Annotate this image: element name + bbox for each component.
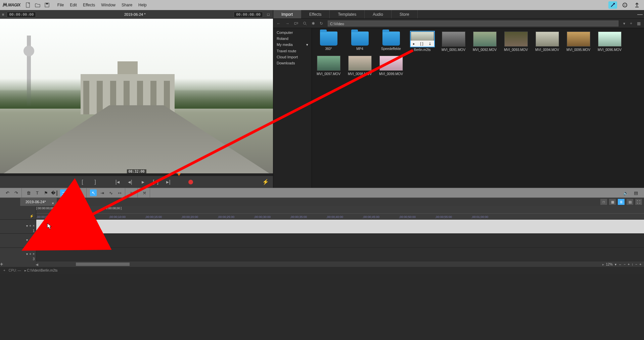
open-folder-icon[interactable] xyxy=(35,2,41,8)
insert-icon[interactable]: ⤲ xyxy=(141,189,148,196)
nav-fwd-icon[interactable]: → xyxy=(285,21,289,26)
track-add-icon[interactable]: + xyxy=(29,224,31,228)
stretch-tool-icon[interactable]: ⇿ xyxy=(116,189,123,196)
path-field[interactable]: C:\Video xyxy=(328,20,618,26)
mute-icon[interactable]: 🔈 xyxy=(623,189,629,196)
folder-item[interactable]: Speedeffekte xyxy=(378,32,404,52)
timeline-track[interactable]: ▾+×3 xyxy=(0,247,644,262)
redo-icon[interactable]: ↷ xyxy=(13,189,19,196)
zoom-fit-h-icon[interactable]: ↔ xyxy=(618,263,622,266)
add-media-icon[interactable]: + xyxy=(630,21,632,26)
side-computer[interactable]: Computer xyxy=(273,30,312,36)
track-header[interactable]: ▾+×2 xyxy=(0,234,36,247)
track-collapse-icon[interactable]: ▾ xyxy=(26,252,28,256)
clip-item[interactable]: MVI_0095.MOV xyxy=(566,32,591,52)
tab-import[interactable]: Import xyxy=(273,10,301,18)
clip-item[interactable]: MVI_0092.MOV xyxy=(472,32,497,52)
left-timecode[interactable]: 00:00:00:00 xyxy=(7,12,36,17)
menu-help[interactable]: Help xyxy=(138,3,147,7)
snap-icon[interactable]: ⊐ xyxy=(60,189,67,196)
clip-item[interactable]: MVI_0096.MOV xyxy=(597,32,622,52)
menu-edit[interactable]: Edit xyxy=(70,3,77,7)
delete-icon[interactable]: 🗑 xyxy=(25,189,32,196)
side-cloud[interactable]: Cloud Import xyxy=(273,54,312,60)
tab-effects[interactable]: Effects xyxy=(301,10,330,18)
timeline-track[interactable]: ▾+×2 xyxy=(0,233,644,247)
group-icon[interactable]: ∞ xyxy=(78,189,84,196)
zoom-in-icon[interactable]: + xyxy=(628,263,630,266)
view-multi-icon[interactable]: ▤ xyxy=(627,199,633,205)
prev-frame-icon[interactable]: ◂| xyxy=(127,179,134,185)
nav-up-icon[interactable] xyxy=(294,21,298,25)
gear-icon[interactable]: ✱ xyxy=(312,21,315,26)
video-monitor[interactable]: 08:32:00 xyxy=(0,19,273,176)
timeline-scrollbar[interactable]: + ◂ ▸ 12%▾ ↔ − + ↕ − + xyxy=(0,262,644,267)
folder-item[interactable]: MP4 xyxy=(347,32,372,52)
side-downloads[interactable]: Downloads xyxy=(273,60,312,66)
track-add-icon[interactable]: + xyxy=(29,238,31,242)
zoom-fit-v-icon[interactable]: ↕ xyxy=(632,263,633,266)
track-lane[interactable] xyxy=(36,248,644,262)
title-icon[interactable]: T xyxy=(34,189,41,196)
view-scene-icon[interactable]: □ xyxy=(600,199,607,205)
right-timecode[interactable]: 00:00:08:00 xyxy=(234,12,263,17)
clip-item[interactable]: MVI_0093.MOV xyxy=(503,32,528,52)
mark-out-icon[interactable]: ] xyxy=(92,179,99,185)
zoom-out-v-icon[interactable]: − xyxy=(635,263,637,266)
mark-in-icon[interactable]: [ xyxy=(79,179,86,185)
view-story-icon[interactable]: ▦ xyxy=(609,199,616,205)
undo-icon[interactable]: ↶ xyxy=(4,189,11,196)
side-roland[interactable]: Roland xyxy=(273,36,312,42)
add-tab-icon[interactable]: + ▾ xyxy=(57,200,67,204)
track-header[interactable]: ▾+×3 xyxy=(0,248,36,262)
menu-share[interactable]: Share xyxy=(122,3,132,7)
search-icon[interactable] xyxy=(303,21,307,25)
path-drop-icon[interactable]: ▾ xyxy=(623,21,625,26)
menu-effects[interactable]: Effects xyxy=(83,3,95,7)
track-header[interactable]: ▾+×1 xyxy=(0,220,36,233)
clip-item[interactable]: MVI_0091.MOV xyxy=(441,32,466,52)
hamburger-icon[interactable]: ≡ xyxy=(2,12,4,16)
zoom-out-icon[interactable]: − xyxy=(624,263,626,266)
tab-store[interactable]: Store xyxy=(392,10,418,18)
perf-icon[interactable]: ⚡ xyxy=(262,179,269,185)
menu-file[interactable]: File xyxy=(57,3,64,7)
refresh-icon[interactable]: ↻ xyxy=(320,21,323,26)
tab-templates[interactable]: Templates xyxy=(330,10,365,18)
clip-item[interactable]: MVI_0098.MOV xyxy=(347,56,372,76)
track-close-icon[interactable]: × xyxy=(33,252,35,256)
disc-icon[interactable] xyxy=(620,1,629,9)
go-end-icon[interactable]: ▸| xyxy=(165,179,172,185)
range-tool-icon[interactable]: ⇥ xyxy=(99,189,105,196)
clip-item[interactable]: MVI_0097.MOV xyxy=(316,56,341,76)
curve-tool-icon[interactable]: ∿ xyxy=(107,189,114,196)
chapter-icon[interactable]: �║ xyxy=(51,189,58,196)
side-travel[interactable]: Travel route xyxy=(273,48,312,54)
play-icon[interactable]: ▸ xyxy=(140,179,146,185)
go-start-icon[interactable]: |◂ xyxy=(114,179,121,185)
side-mymedia[interactable]: My media▾ xyxy=(273,42,312,48)
link-icon[interactable]: 🔗 xyxy=(69,189,76,196)
mx-action-icon[interactable] xyxy=(608,1,617,9)
panel-min-icon[interactable]: — xyxy=(636,10,644,18)
track-collapse-icon[interactable]: ▾ xyxy=(26,224,28,228)
record-icon[interactable] xyxy=(187,179,194,185)
clip-item[interactable]: ▸[ ]⤓Berlin.m2ts xyxy=(410,32,435,52)
track-collapse-icon[interactable]: ▾ xyxy=(26,238,28,242)
track-lane[interactable] xyxy=(36,234,644,247)
track-close-icon[interactable]: × xyxy=(33,224,35,228)
scrub-bar[interactable] xyxy=(0,173,273,176)
timeline-track[interactable]: ▾+×1 xyxy=(0,219,644,233)
clip-item[interactable]: MVI_0094.MOV xyxy=(535,32,560,52)
add-track-icon[interactable]: + xyxy=(0,261,2,267)
status-add-icon[interactable]: + xyxy=(3,269,5,272)
timeline-ruler[interactable]: [00:00:00;00 00:00:08;00] ,00:00;00:00,0… xyxy=(36,206,644,219)
track-lane[interactable] xyxy=(36,220,644,233)
track-close-icon[interactable]: × xyxy=(33,238,35,242)
folder-item[interactable]: 360° xyxy=(316,32,341,52)
arrow-tool-icon[interactable]: ↖ xyxy=(90,189,97,196)
view-max-icon[interactable]: ⛶ xyxy=(635,199,642,205)
track-add-icon[interactable]: + xyxy=(29,252,31,256)
clip-item[interactable]: MVI_0099.MOV xyxy=(378,56,404,76)
save-icon[interactable] xyxy=(44,2,50,8)
